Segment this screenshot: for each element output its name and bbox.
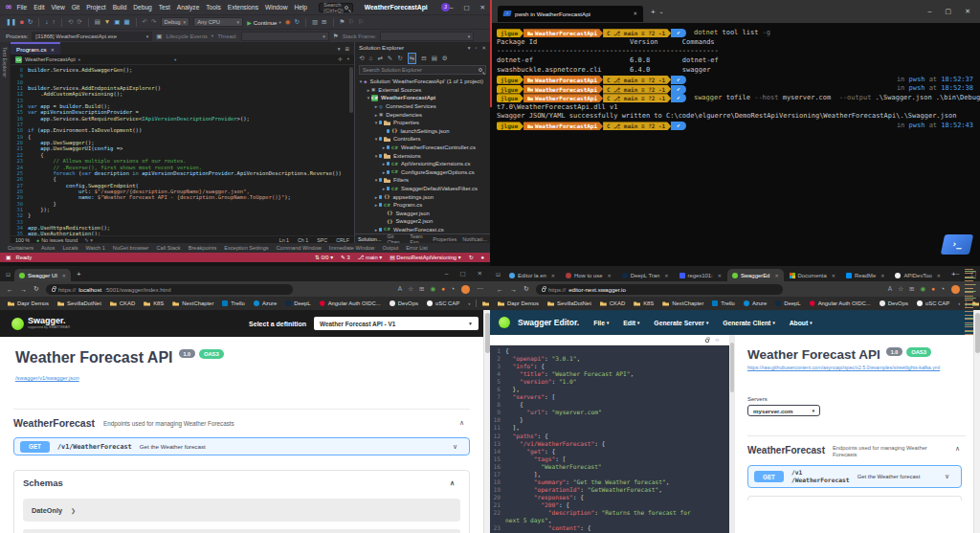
add-icon[interactable]: ✛ xyxy=(338,56,343,62)
favorites-icon[interactable]: ☆ xyxy=(898,284,903,294)
tab-actions-icon[interactable]: ⊡ xyxy=(496,271,501,278)
status-item-3[interactable]: ✎ 3 xyxy=(341,255,350,260)
collapse-icon[interactable]: ∧ xyxy=(450,479,460,487)
bookmark-deepl[interactable]: DeepL xyxy=(285,300,310,306)
vs-menu-help[interactable]: Help xyxy=(294,4,307,11)
tree-item-swagger-json[interactable]: {}Swagger.json xyxy=(355,210,490,218)
tab-program-cs[interactable]: Program.cs✕ xyxy=(11,42,60,55)
menu-generate-client[interactable]: Generate Client▾ xyxy=(723,320,775,326)
maximize-icon[interactable]: ▢ xyxy=(459,270,465,278)
panel-tab-exception-settings[interactable]: Exception Settings xyxy=(224,245,268,251)
column-indicator[interactable]: Ch 1 xyxy=(298,237,308,243)
bookmark-sevilladotnet[interactable]: SevillaDotNet xyxy=(547,300,591,306)
bookmark-devops[interactable]: DevOps xyxy=(390,300,418,306)
extension-orange-icon[interactable]: ● xyxy=(931,284,935,294)
continue-button[interactable]: ▶Continue▾ xyxy=(247,19,281,26)
redo-icon[interactable]: ↷ xyxy=(151,17,156,27)
panel-icon-item[interactable]: ▫ xyxy=(475,45,477,51)
hot-reload-icon[interactable]: ◉ xyxy=(285,17,291,27)
close-tab-icon[interactable]: ✕ xyxy=(62,273,66,278)
process-dropdown[interactable]: [31868] WeatherForecastApi.exe▾ xyxy=(32,32,152,41)
window-layout-icon[interactable]: ⊞ xyxy=(322,17,326,27)
profile-avatar[interactable] xyxy=(951,285,960,294)
menu-edit[interactable]: Edit▾ xyxy=(623,320,639,326)
close-tab-icon[interactable]: ✕ xyxy=(608,273,612,278)
tree-item-extensions[interactable]: ▾Extensions xyxy=(355,151,490,160)
browser-tab-regex101[interactable]: regex101:✕ xyxy=(675,269,726,281)
bookmark-angular-auth-oidc[interactable]: Angular Auth OIDC... xyxy=(810,300,871,306)
panel-tab-breakpoints[interactable]: Breakpoints xyxy=(189,245,217,251)
schemas-header[interactable]: Schemas ∧ xyxy=(23,477,460,488)
profile-avatar[interactable] xyxy=(461,285,470,294)
se-tab-properties[interactable]: Properties xyxy=(433,236,457,242)
minimize-icon[interactable]: – xyxy=(928,8,932,15)
step-down-icon[interactable]: ↓ xyxy=(45,17,48,27)
properties-icon[interactable]: ⚙ xyxy=(442,54,448,63)
refresh-icon[interactable]: ↻ xyxy=(397,54,402,63)
vs-menu-project[interactable]: Project xyxy=(86,4,106,11)
terminal-content[interactable]: jlgueWeatherForecastApiC ⎇ main ≡ ?2 -1✔… xyxy=(490,23,980,266)
close-icon[interactable]: ✕ xyxy=(478,270,482,278)
vs-menu-edit[interactable]: Edit xyxy=(33,4,44,11)
navigate-forward-icon[interactable]: ⟳ xyxy=(77,17,81,27)
undo-icon[interactable]: ↶ xyxy=(143,17,147,27)
read-aloud-icon[interactable]: A xyxy=(888,284,892,294)
tree-item-weatherforecastapi[interactable]: ▾C#WeatherForecastApi xyxy=(355,94,490,102)
extension-clock-icon[interactable]: ◔ xyxy=(941,284,945,294)
refresh-icon[interactable]: ↻ xyxy=(523,285,529,293)
vs-menu-extensions[interactable]: Extensions xyxy=(228,4,258,11)
panel-tab-nuget-browser[interactable]: NuGet browser xyxy=(113,245,149,251)
tree-item-solution-weatherforecastapi-1-of-1-project[interactable]: ▾◆Solution 'WeatherForecastApi' (1 of 1 … xyxy=(355,78,490,86)
spaces-indicator[interactable]: SPC xyxy=(317,237,327,243)
float-icon[interactable]: ⊞ xyxy=(345,46,349,52)
tree-item-program-cs[interactable]: ▸C#Program.cs xyxy=(355,201,490,210)
bookmark-sevilladotnet[interactable]: SevillaDotNet xyxy=(57,300,101,306)
close-tab-icon[interactable]: ✕ xyxy=(774,273,778,278)
extension-clock-icon[interactable]: ◔ xyxy=(451,284,455,294)
json-editor[interactable]: 1{2 "openapi": "3.0.1",3 "info": {4 "tit… xyxy=(490,345,729,533)
collections-icon[interactable]: ⊞ xyxy=(909,284,914,294)
panel-icon-item[interactable]: ✕ xyxy=(481,45,486,51)
bookmarks-overflow-icon[interactable]: › xyxy=(468,300,470,306)
editor-scrollbar[interactable] xyxy=(349,65,353,235)
bookmark-trello[interactable]: Trello xyxy=(222,300,245,306)
forward-icon[interactable]: → xyxy=(510,286,517,293)
browser-tab-apidevtoo[interactable]: APIDevToo✕ xyxy=(890,269,946,281)
open-file-icon[interactable]: ▼ xyxy=(104,17,110,27)
back-icon[interactable]: ⟲ xyxy=(359,54,364,63)
lifecycle-events-label[interactable]: Lifecycle Events xyxy=(167,33,208,39)
close-tab-icon[interactable]: ✕ xyxy=(832,273,835,278)
issues-indicator[interactable]: No issues found xyxy=(41,237,78,243)
vs-menu-tools[interactable]: Tools xyxy=(206,4,220,11)
menu-file[interactable]: File▾ xyxy=(593,320,609,326)
tag-section-header[interactable]: WeatherForecast Endpoints used for manag… xyxy=(747,435,966,458)
pause-icon[interactable]: ❚❚ xyxy=(6,17,16,27)
close-tab-icon[interactable]: ✕ xyxy=(51,47,55,53)
bookmark-azure[interactable]: Azure xyxy=(744,300,767,306)
new-tab-icon[interactable]: + xyxy=(651,8,656,16)
browser-tab-swagger-ui[interactable]: Swagger UI✕ xyxy=(14,269,71,281)
stop-icon[interactable]: ■ xyxy=(20,17,24,27)
thread-dropdown[interactable]: ▾ xyxy=(241,32,329,41)
panel-tab-locals[interactable]: Locals xyxy=(62,245,78,251)
bookmark-k8s[interactable]: K8S xyxy=(144,300,164,306)
debug-configuration-dropdown[interactable]: Debug▾ xyxy=(161,17,190,27)
vs-menu-git[interactable]: Git xyxy=(72,4,79,11)
vs-account-avatar[interactable]: J xyxy=(441,3,450,11)
show-all-files-icon[interactable]: ▤ xyxy=(432,54,437,63)
pending-changes-filter-icon[interactable]: ✎ xyxy=(388,54,392,63)
get-operation-row[interactable]: GET /v1/WeatherForecast Get the Weather … xyxy=(747,465,962,488)
panel-tab-command-window[interactable]: Command Window xyxy=(277,245,322,251)
tree-item-controllers[interactable]: ▾Controllers xyxy=(355,135,490,144)
switch-views-icon[interactable]: ⇄ xyxy=(377,54,382,63)
sync-with-active-document-icon[interactable]: ⇆ xyxy=(408,53,416,64)
edit-mode-icon[interactable]: ✎ ▾ xyxy=(84,237,93,243)
bookmark-osc-cap[interactable]: oSC CAP xyxy=(427,300,459,306)
line-ending-indicator[interactable]: CRLF xyxy=(336,237,349,243)
bookmark-icon[interactable]: ⚑ xyxy=(340,17,345,27)
panel-tab-call-stack[interactable]: Call Stack xyxy=(156,245,180,251)
maximize-icon[interactable]: ▢ xyxy=(946,8,952,15)
breadcrumb-project[interactable]: WeatherForecastApi xyxy=(25,56,76,62)
bookmark-ckad[interactable]: CKAD xyxy=(110,300,135,306)
schema-dateonly[interactable]: DateOnly ❯ xyxy=(23,499,460,522)
